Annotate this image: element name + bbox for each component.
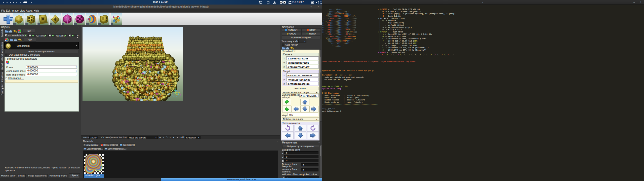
svg-text:z: z bbox=[174, 89, 175, 91]
svg-text:x: x bbox=[180, 95, 181, 96]
svg-text:y: y bbox=[176, 91, 177, 93]
